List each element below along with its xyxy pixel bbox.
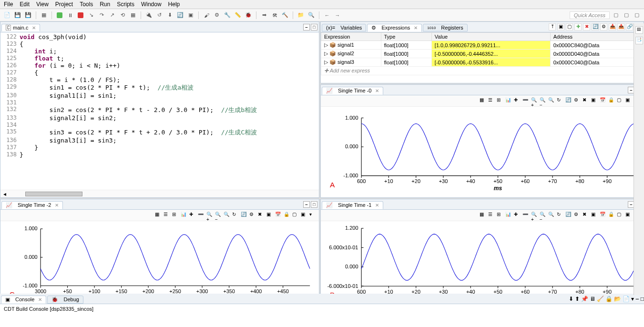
- plot-tool-12[interactable]: ✖: [583, 212, 590, 219]
- max2-icon[interactable]: □: [641, 296, 644, 302]
- plot-tool-13[interactable]: ▣: [591, 212, 599, 219]
- plot-tool-11[interactable]: ⚙: [574, 212, 582, 219]
- plot-tool-1[interactable]: ☰: [488, 97, 496, 105]
- close-icon[interactable]: ✕: [55, 203, 59, 208]
- col-value[interactable]: Value: [431, 33, 550, 41]
- back-icon[interactable]: ←: [323, 11, 331, 20]
- plot-tool-15[interactable]: 🔒: [608, 97, 616, 105]
- close-icon[interactable]: ✕: [32, 25, 36, 31]
- plot-tool-12[interactable]: ✖: [583, 97, 590, 105]
- plot-tool-1[interactable]: ☰: [164, 212, 171, 219]
- plot-tool-14[interactable]: 📅: [600, 97, 607, 105]
- link-icon[interactable]: 🔗: [626, 23, 633, 31]
- step-return-icon[interactable]: ↗: [108, 11, 116, 20]
- saveall-icon[interactable]: 💾: [24, 11, 32, 20]
- plot-tool-12[interactable]: ✖: [258, 212, 266, 219]
- plot-tool-16[interactable]: ▢: [292, 212, 300, 219]
- plot-tool-4[interactable]: ✚: [514, 97, 521, 105]
- refresh2-icon[interactable]: 🔄: [592, 23, 599, 31]
- refresh-icon[interactable]: 🔄: [176, 11, 184, 20]
- remove-icon[interactable]: ✖: [583, 23, 590, 31]
- add-new-expression[interactable]: ✚ Add new express: [321, 67, 644, 75]
- menu2-icon[interactable]: ▾: [631, 296, 634, 302]
- menu-tools[interactable]: Tools: [80, 1, 93, 8]
- open-icon[interactable]: 📂: [614, 296, 621, 302]
- search-icon[interactable]: 🔍: [307, 11, 316, 20]
- step-into-icon[interactable]: ↘: [87, 11, 95, 20]
- plot-tool-0[interactable]: ▦: [155, 212, 163, 219]
- tab-main-c[interactable]: 🇨 main.c ✕: [1, 24, 40, 31]
- tab-console[interactable]: ▣ Console✕: [1, 296, 46, 304]
- restart-icon[interactable]: ⟲: [118, 11, 127, 20]
- plot-tool-8[interactable]: 🔍: [224, 212, 231, 219]
- plot-tool-17[interactable]: ▣: [625, 97, 633, 105]
- menu-run[interactable]: Run: [100, 1, 110, 8]
- bookmark-icon[interactable]: 📑: [635, 37, 643, 44]
- collapse-icon[interactable]: ▣: [557, 23, 564, 31]
- table-row[interactable]: ▷ 📦 signal2float[1000][-0.50000006,-0.44…: [321, 50, 644, 58]
- wrench-icon[interactable]: 🔧: [223, 11, 232, 20]
- measure-icon[interactable]: 📏: [234, 11, 242, 20]
- plot-tool-6[interactable]: 🔍+: [206, 212, 214, 219]
- plot-tool-8[interactable]: 🔍: [548, 212, 556, 219]
- tools-icon[interactable]: 🛠: [270, 11, 279, 20]
- plot-tool-10[interactable]: 🔄: [565, 212, 573, 219]
- plot-tool-2[interactable]: ⊞: [497, 212, 504, 219]
- plot-c[interactable]: 1.0000.000-1.0003000+50+100+150+200+250+…: [4, 223, 315, 302]
- forward-icon[interactable]: →: [333, 11, 342, 20]
- clear-icon[interactable]: 🧹: [597, 296, 604, 302]
- plot-tool-18[interactable]: ▾: [309, 212, 317, 219]
- plot-a[interactable]: 1.0000.000-1.000600+10+20+30+40+50+60+70…: [325, 109, 640, 195]
- plot-tool-5[interactable]: ➖: [522, 97, 530, 105]
- pause-icon[interactable]: ⏸: [66, 11, 74, 20]
- plot-tool-3[interactable]: 📊: [505, 97, 513, 105]
- perspective3-icon[interactable]: ▢: [633, 11, 641, 20]
- bug-icon[interactable]: 🐞: [244, 11, 253, 20]
- plot-tool-8[interactable]: 🔍: [548, 97, 556, 105]
- tab-variables[interactable]: (x)= Variables: [322, 24, 366, 31]
- menu-edit[interactable]: Edit: [20, 1, 30, 8]
- menu-window[interactable]: Window: [141, 1, 162, 8]
- plot-tool-6[interactable]: 🔍+: [531, 97, 539, 105]
- save-icon[interactable]: 💾: [13, 11, 22, 20]
- plot-tool-6[interactable]: 🔍+: [531, 212, 539, 219]
- plot-tool-16[interactable]: ▢: [617, 212, 624, 219]
- brush-icon[interactable]: 🖌: [202, 11, 211, 20]
- minimize-icon[interactable]: ‒: [303, 24, 310, 31]
- plot-tool-0[interactable]: ▦: [480, 212, 487, 219]
- quick-access[interactable]: Quick Access: [570, 11, 610, 19]
- plot-tool-7[interactable]: 🔍−: [540, 212, 547, 219]
- plot-tool-3[interactable]: 📊: [505, 212, 513, 219]
- plot-tool-2[interactable]: ⊞: [497, 97, 504, 105]
- tab-debug[interactable]: 🐞 Debug: [47, 296, 83, 304]
- add-icon[interactable]: ✚: [574, 23, 582, 31]
- display-icon[interactable]: 🖥: [590, 296, 595, 302]
- plot-tool-11[interactable]: ⚙: [574, 97, 582, 105]
- plot-tool-1[interactable]: ☰: [488, 212, 496, 219]
- tree-icon[interactable]: ⤒: [549, 23, 556, 31]
- lock-icon[interactable]: 🔒: [605, 296, 613, 302]
- plot-tool-4[interactable]: ✚: [189, 212, 197, 219]
- tab-registers[interactable]: 1010 Registers: [423, 24, 467, 31]
- run-icon[interactable]: [55, 11, 64, 20]
- plot-tool-13[interactable]: ▣: [266, 212, 274, 219]
- plot-tool-4[interactable]: ✚: [514, 212, 521, 219]
- plot-tool-15[interactable]: 🔒: [284, 212, 291, 219]
- plot-tool-9[interactable]: ↻: [557, 97, 564, 105]
- plot-b[interactable]: 1.2006.000x10-010.000-6.000x10-01600+10+…: [325, 223, 640, 302]
- step-over-icon[interactable]: ↷: [97, 11, 106, 20]
- plot-tool-0[interactable]: ▦: [480, 97, 487, 105]
- load-icon[interactable]: ⬇: [165, 11, 174, 20]
- import-icon[interactable]: 📥: [609, 23, 616, 31]
- close-icon[interactable]: ✕: [38, 297, 42, 302]
- reset-icon[interactable]: ↺: [155, 11, 164, 20]
- table-row[interactable]: ▷ 📦 signal3float[1000][-0.50000006,-0.55…: [321, 58, 644, 67]
- export-icon[interactable]: 📤: [617, 23, 624, 31]
- plot-tool-7[interactable]: 🔍−: [540, 97, 547, 105]
- table-row[interactable]: ▷ 📦 signal1float[1000][1.0,0.998026729,0…: [321, 41, 644, 50]
- plot-tool-16[interactable]: ▢: [617, 97, 624, 105]
- folder-icon[interactable]: 📁: [296, 11, 305, 20]
- stop-icon[interactable]: [76, 11, 85, 20]
- maximize-icon[interactable]: □: [311, 24, 317, 31]
- menu-help[interactable]: Help: [168, 1, 180, 8]
